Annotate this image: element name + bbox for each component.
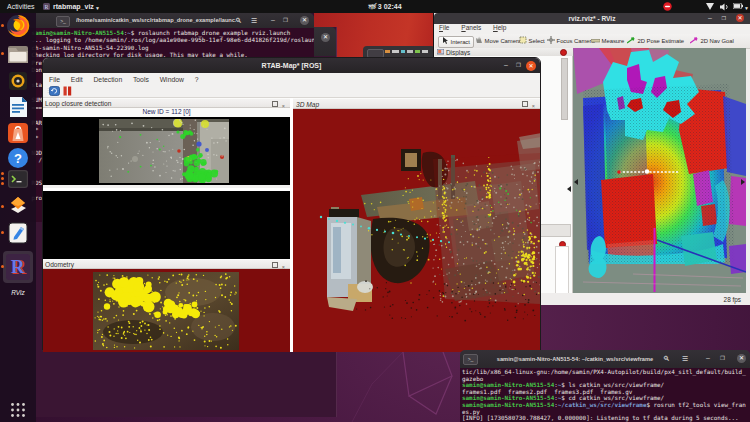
dock-software-icon[interactable] — [5, 120, 31, 146]
terminal-line: tic/lib/x86_64-linux-gnu:/home/samin/PX4… — [462, 369, 750, 376]
clock[interactable]: মার্চ 3 02:44 — [0, 3, 750, 11]
pause-icon[interactable] — [63, 86, 72, 96]
loop-closure-match-view[interactable] — [43, 188, 290, 261]
rviz-toolbar: Interact Move Camera Select Focus Camera… — [435, 34, 750, 49]
odometry-image-view[interactable] — [43, 269, 290, 352]
dock-rviz-icon[interactable]: R R — [3, 251, 33, 283]
terminal1-minimize-button[interactable]: – — [271, 16, 275, 23]
displays-panel-icon — [437, 49, 444, 55]
map3d-panel-header[interactable]: 3D Map × — [293, 98, 540, 109]
rtabmap-menu-window[interactable]: Window — [160, 76, 184, 83]
loop-closure-panel-header[interactable]: Loop closure detection × — [43, 98, 290, 108]
notifications-dnd-icon[interactable] — [663, 2, 672, 11]
dock-files-icon[interactable] — [5, 41, 31, 67]
rviz-tool-measure[interactable]: Measure — [591, 36, 624, 46]
rviz-occupancy-map — [573, 48, 746, 293]
terminal-line: frames1.pdf frames2.pdf frames3.pdf fram… — [462, 389, 750, 396]
rtabmap-minimize-button[interactable]: – — [504, 61, 508, 68]
displays-status-icon — [560, 49, 567, 56]
displays-collapse-arrow[interactable] — [567, 186, 571, 192]
network-icon[interactable] — [706, 3, 714, 10]
rtabmap-maximize-button[interactable]: ❐ — [516, 62, 521, 69]
terminal1-titlebar[interactable]: >_ /home/samin/catkin_ws/src/rtabmap_dro… — [30, 13, 314, 28]
rtabmap-toolbar: ⋮ — [43, 84, 540, 98]
rviz-maximize-button[interactable]: ❐ — [722, 15, 726, 22]
terminal-line: samin@samin-Nitro-AN515-54:~$ roslaunch … — [32, 30, 315, 38]
rviz-tool-interact[interactable]: Interact — [438, 36, 474, 48]
terminal2-search-icon[interactable]: 🔍︎ — [663, 355, 670, 362]
displays-scrollbar[interactable] — [561, 58, 568, 120]
view-right-collapse-arrow[interactable] — [741, 179, 745, 185]
dock-terminal-icon[interactable] — [5, 166, 31, 192]
fps-counter: 28 fps — [724, 296, 741, 303]
system-menu-caret-icon[interactable]: ▼ — [744, 4, 749, 12]
odometry-panel-header[interactable]: Odometry × — [43, 259, 290, 269]
rviz-tool-focus-camera[interactable]: Focus Camera — [547, 36, 595, 46]
dock-show-apps-button[interactable] — [9, 401, 35, 422]
new-id-row: New ID = 112 [0] — [43, 108, 290, 117]
dock-firefox-icon[interactable] — [5, 13, 31, 39]
rviz-tool-move-camera[interactable]: Move Camera — [475, 36, 521, 46]
dock-text-editor-icon[interactable] — [5, 220, 31, 246]
terminal1-close-button[interactable]: ✕ — [300, 16, 309, 25]
loop-closure-camera-image — [99, 119, 229, 183]
rviz-menu-file[interactable]: File — [439, 24, 450, 31]
dock: ? R R — [0, 13, 36, 422]
terminal-line: samin@samin-Nitro-AN515-54:~$ cd catkin_… — [462, 395, 750, 402]
terminal1-tab[interactable]: >_ — [56, 16, 70, 27]
dock-gazebo-icon[interactable] — [5, 194, 31, 220]
volume-icon[interactable] — [720, 3, 729, 11]
rtabmap-menu-edit[interactable]: Edit — [71, 76, 83, 83]
terminal1-menu-icon[interactable]: ☰ — [251, 17, 257, 24]
battery-icon[interactable] — [733, 3, 743, 9]
terminal-line: es.py — [462, 409, 750, 416]
new-id-label: New ID = 112 [0] — [142, 108, 190, 115]
odometry-camera-image — [93, 272, 239, 350]
rviz-minimize-button[interactable]: – — [708, 14, 712, 21]
terminal2-menu-icon[interactable]: ☰ — [682, 355, 688, 362]
terminal4-title-fragment — [385, 49, 431, 55]
map3d-panel-title: 3D Map — [296, 101, 319, 108]
rtabmap-menu-tools[interactable]: Tools — [133, 76, 149, 83]
rviz-tool-select[interactable]: Select — [519, 36, 545, 46]
terminal2-titlebar[interactable]: >_ samin@samin-Nitro-AN515-54: ~/catkin_… — [460, 350, 750, 368]
terminal-window-4-titlebar[interactable] — [363, 46, 435, 57]
dock-writer-icon[interactable] — [5, 94, 31, 120]
rtabmap-menu-file[interactable]: File — [49, 76, 60, 83]
terminal2-minimize-button[interactable]: – — [706, 354, 710, 361]
rviz-titlebar[interactable]: rviz.rviz* - RViz – ❐ ✕ — [434, 13, 750, 24]
terminal3-close-button[interactable]: ✕ — [321, 33, 330, 42]
map3d-panel-float-icon[interactable]: × — [522, 101, 537, 109]
loop-closure-image-view[interactable] — [43, 117, 290, 185]
top-bar: Activities R rtabmap_viz ▼ মার্চ 3 02:44… — [0, 0, 750, 13]
rviz-menu-help[interactable]: Help — [493, 24, 506, 31]
terminal1-maximize-button[interactable]: ❐ — [283, 17, 288, 24]
rviz-3d-view[interactable] — [573, 48, 746, 293]
map3d-view[interactable] — [293, 109, 540, 352]
rviz-menu-panels[interactable]: Panels — [461, 24, 481, 31]
rtabmap-menu-detection[interactable]: Detection — [93, 76, 122, 83]
terminal-window-2[interactable]: >_ samin@samin-Nitro-AN515-54: ~/catkin_… — [460, 350, 750, 422]
terminal-line: ch-samin-Nitro-AN515-54-22390.log — [32, 45, 315, 53]
terminal1-title: /home/samin/catkin_ws/src/rtabmap_drone_… — [76, 17, 236, 23]
terminal2-close-button[interactable]: ✕ — [737, 354, 746, 363]
detect-loop-icon[interactable] — [49, 86, 60, 96]
view-left-collapse-arrow[interactable] — [574, 179, 578, 185]
dock-rhythmbox-icon[interactable] — [5, 68, 31, 94]
map3d-pointcloud — [293, 109, 540, 352]
rviz-close-button[interactable]: ✕ — [736, 14, 744, 22]
rtabmap-menu-help[interactable]: ? — [195, 76, 199, 83]
terminal1-search-icon[interactable]: 🔍︎ — [235, 17, 242, 24]
rviz-tool-2d-pose-estimate[interactable]: 2D Pose Estimate — [627, 36, 684, 46]
rtabmap-window[interactable]: RTAB-Map* [ROS] – ❐ ✕ File Edit Detectio… — [42, 57, 541, 351]
terminal2-tab[interactable]: >_ — [463, 354, 478, 365]
dock-rviz-label: RViz — [0, 289, 36, 296]
rtabmap-titlebar[interactable]: RTAB-Map* [ROS] – ❐ ✕ — [43, 58, 540, 73]
terminal2-maximize-button[interactable]: ❐ — [720, 355, 725, 362]
terminal2-title: samin@samin-Nitro-AN515-54: ~/catkin_ws/… — [490, 356, 660, 362]
terminal-line: gazebo — [462, 376, 750, 383]
rtabmap-close-button[interactable]: ✕ — [526, 61, 536, 71]
rviz-tool-2d-nav-goal[interactable]: 2D Nav Goal — [690, 36, 734, 46]
terminal2-output[interactable]: tic/lib/x86_64-linux-gnu:/home/samin/PX4… — [460, 368, 750, 422]
svg-text:R: R — [11, 256, 25, 277]
